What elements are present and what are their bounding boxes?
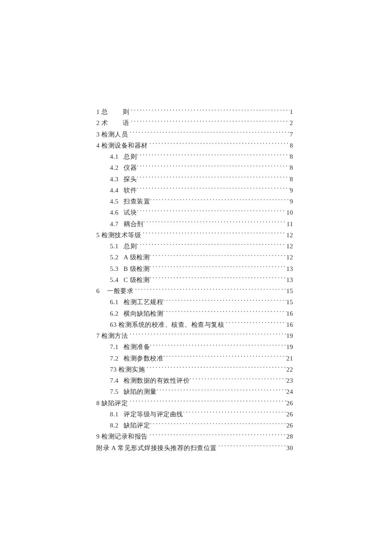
toc-subnum: 6.1 xyxy=(110,296,124,308)
toc-page: 8 xyxy=(290,151,293,162)
toc-leader-dots xyxy=(150,141,290,148)
toc-page: 9 xyxy=(290,185,293,196)
toc-leader-dots xyxy=(219,444,286,450)
toc-subnum: 8.2 xyxy=(110,420,124,431)
toc-page: 22 xyxy=(286,364,293,375)
toc-subnum: 4.2 xyxy=(110,162,124,173)
toc-row: 5.2A 级检测12 xyxy=(96,252,293,263)
toc-subnum: 4.4 xyxy=(110,185,124,196)
toc-title: 软件 xyxy=(124,185,137,196)
toc-leader-dots xyxy=(226,320,287,327)
toc-page: 21 xyxy=(286,353,293,364)
toc-title: 缺陷的测量 xyxy=(124,386,157,397)
toc-row: 9 检测记录和报告 28 xyxy=(96,431,293,442)
toc-row: 4.1总则8 xyxy=(96,151,293,162)
toc-num: 2 xyxy=(96,117,100,128)
toc-leader-dots xyxy=(144,220,287,226)
toc-subnum: 5.4 xyxy=(110,274,124,285)
toc-row: 3 检测人员 7 xyxy=(96,129,293,140)
toc-page: 15 xyxy=(286,285,293,296)
toc-leader-dots xyxy=(131,108,290,114)
toc-leader-dots xyxy=(137,163,290,170)
toc-row: 6.2横向缺陷检测16 xyxy=(96,308,293,319)
toc-leader-dots xyxy=(143,231,287,237)
toc-page: 8 xyxy=(290,162,293,173)
toc-title: B 级检测 xyxy=(124,263,150,274)
toc-page: 16 xyxy=(286,308,293,319)
toc-row: 1 总 则 1 xyxy=(96,106,293,117)
toc-page: 28 xyxy=(286,431,293,442)
toc-page: 23 xyxy=(286,375,293,386)
toc-subnum: 73 xyxy=(110,364,117,375)
toc-row: 7.2检测参数校准21 xyxy=(96,353,293,364)
toc-leader-dots xyxy=(150,264,286,271)
toc-subnum: 7.2 xyxy=(110,353,124,364)
toc-row: 73 检测实施 22 xyxy=(96,364,293,375)
toc-title: 检测设备和器材 xyxy=(101,140,148,151)
toc-page: 11 xyxy=(287,218,293,230)
toc-title: 检测数据的有效性评价 xyxy=(124,375,190,386)
toc-subnum: 4.7 xyxy=(110,218,124,230)
toc-page: 26 xyxy=(286,398,293,409)
toc-row: 63 检测系统的校准、核查、检查与复核 16 xyxy=(96,319,293,330)
toc-subnum: 7.5 xyxy=(110,386,124,397)
toc-row: 4.7耦合剂11 xyxy=(96,218,293,230)
toc-leader-dots xyxy=(163,354,286,360)
toc-row: 6 一般要求 15 xyxy=(96,285,293,296)
toc-title: 总则 xyxy=(124,151,137,162)
toc-page: 9 xyxy=(290,196,293,207)
toc-page: 8 xyxy=(290,174,293,185)
toc-page: 12 xyxy=(286,252,293,263)
toc-row: 5.1总则12 xyxy=(96,241,293,252)
toc-title: 附录 A 常见形式焊接接头推荐的扫查位置 xyxy=(96,442,217,453)
toc-page: 13 xyxy=(286,274,293,285)
toc-page: 12 xyxy=(286,230,293,241)
toc-row: 5.3B 级检测13 xyxy=(96,263,293,274)
toc-row: 4 检测设备和器材 8 xyxy=(96,140,293,151)
toc-leader-dots xyxy=(150,253,286,259)
toc-title: 检测准备 xyxy=(124,341,150,352)
toc-row: 7.1检测准备19 xyxy=(96,341,293,352)
toc-title: 语 xyxy=(123,117,130,128)
toc-title: 检测实施 xyxy=(118,364,145,375)
toc-subnum: 7.1 xyxy=(110,341,124,352)
toc-title: 检测工艺规程 xyxy=(124,296,163,308)
toc-title: C 级检测 xyxy=(124,274,150,285)
toc-subnum: 5.2 xyxy=(110,252,124,263)
toc-row: 7.5缺陷的测量24 xyxy=(96,386,293,397)
toc-leader-dots xyxy=(147,365,287,372)
toc-subnum: 63 xyxy=(110,319,117,330)
toc-leader-dots xyxy=(150,197,290,203)
toc-page: 12 xyxy=(286,241,293,252)
toc-title: 缺陷评定 xyxy=(101,398,128,409)
toc-row: 8 缺陷评定 26 xyxy=(96,398,293,409)
toc-num: 3 xyxy=(96,129,100,140)
toc-row: 4.6试块10 xyxy=(96,207,293,218)
toc-leader-dots xyxy=(137,152,290,159)
toc-subnum: 5.1 xyxy=(110,241,124,252)
toc-page: 10 xyxy=(286,207,293,218)
toc-leader-dots xyxy=(150,276,286,282)
toc-page: 24 xyxy=(286,386,293,397)
toc-leader-dots xyxy=(130,130,290,137)
toc-num: 6 xyxy=(96,285,100,296)
toc-page: 7 xyxy=(290,129,293,140)
toc-leader-dots xyxy=(137,186,290,192)
toc-page: 16 xyxy=(286,319,293,330)
toc-page: 19 xyxy=(286,341,293,352)
toc-num: 4 xyxy=(96,140,100,151)
toc-row: 7.4检测数据的有效性评价23 xyxy=(96,375,293,386)
toc-subnum: 4.1 xyxy=(110,151,124,162)
toc-title: 扫查装置 xyxy=(124,196,150,207)
toc-row: 6.1检测工艺规程15 xyxy=(96,296,293,308)
toc-title: 评定等级与评定曲线 xyxy=(124,409,183,420)
toc-row: 7 检测方法 19 xyxy=(96,330,293,341)
toc-row: 4.3探头8 xyxy=(96,174,293,185)
toc-title: 探头 xyxy=(124,174,137,185)
toc-num: 8 xyxy=(96,398,100,409)
toc-title: A 级检测 xyxy=(124,252,150,263)
toc-row: 8.2缺陷评定26 xyxy=(96,420,293,431)
toc-title: 仪器 xyxy=(124,162,137,173)
toc-page: 30 xyxy=(286,442,293,453)
toc-title: 一般要求 xyxy=(107,285,133,296)
